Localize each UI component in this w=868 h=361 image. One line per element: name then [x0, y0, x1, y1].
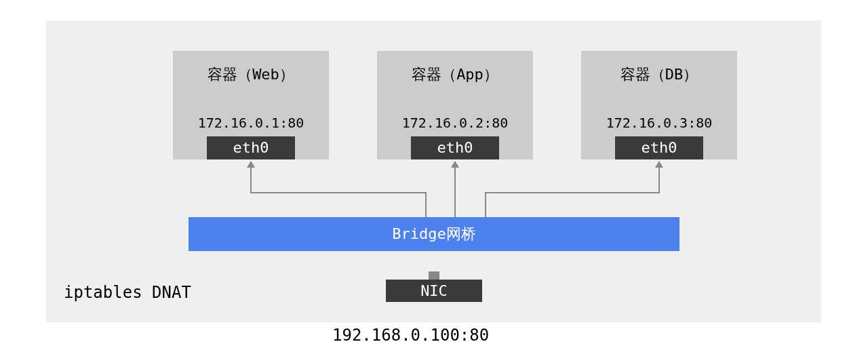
- container-ip: 172.16.0.1:80: [173, 115, 329, 131]
- arrow-up-icon: [655, 161, 663, 168]
- nic-box: NIC: [386, 280, 482, 302]
- bridge-box: Bridge网桥: [189, 217, 679, 251]
- arrow-up-icon: [451, 161, 459, 168]
- container-ip: 172.16.0.2:80: [377, 115, 533, 131]
- eth-label: eth0: [615, 136, 703, 159]
- connector-web-horiz: [250, 192, 426, 193]
- nic-ip-label: 192.168.0.100:80: [332, 326, 489, 345]
- iptables-label: iptables DNAT: [64, 283, 191, 302]
- container-web: 容器（Web） 172.16.0.1:80 eth0: [173, 51, 329, 159]
- container-ip: 172.16.0.3:80: [581, 115, 737, 131]
- eth-label: eth0: [411, 136, 499, 159]
- eth-label: eth0: [207, 136, 295, 159]
- container-title: 容器（DB）: [581, 64, 737, 85]
- container-title: 容器（App）: [377, 64, 533, 85]
- connector-db-vert: [658, 166, 660, 193]
- arrow-up-icon: [247, 161, 255, 168]
- connector-web-vert: [250, 166, 252, 193]
- container-title: 容器（Web）: [173, 64, 329, 85]
- connector-db-horiz: [486, 192, 660, 193]
- container-app: 容器（App） 172.16.0.2:80 eth0: [377, 51, 533, 159]
- container-db: 容器（DB） 172.16.0.3:80 eth0: [581, 51, 737, 159]
